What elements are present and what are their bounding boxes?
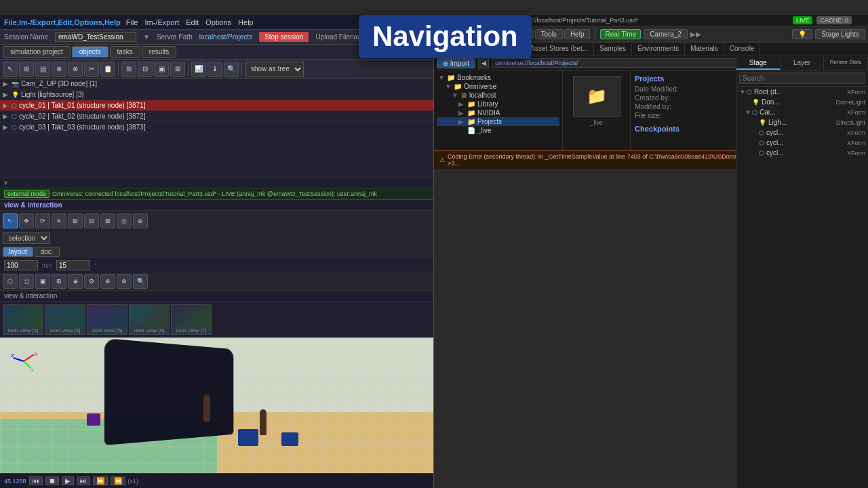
view-tool2-2[interactable]: ◻ [19,274,34,289]
ct-projects[interactable]: ▶ 📁 Projects [437,117,559,126]
view-tool2-3[interactable]: ▣ [35,274,50,289]
menu-options[interactable]: Options [205,18,231,26]
stop-session-button[interactable]: Stop session [259,32,309,42]
ct-nvidia[interactable]: ▶ 📁 NVIDIA [437,108,559,117]
view-tool2-8[interactable]: ⊗ [117,274,132,289]
tab-objects[interactable]: objects [72,46,108,58]
camera-select-button[interactable]: Camera_2 [644,29,688,39]
user-view-1[interactable]: user view [1] [3,304,43,335]
stage-item-cycl1[interactable]: ⬡ cycl... XForm [736,127,868,138]
stage-item-dome[interactable]: 💡 Don... DomeLight [736,97,868,107]
session-expand-icon[interactable]: ▼ [143,33,150,41]
toolbar-btn-14[interactable]: 🔍 [224,62,239,77]
ct-omniverse[interactable]: ▼ 📁 Omniverse [437,82,559,91]
toolbar-btn-12[interactable]: 📊 [191,62,206,77]
stage-tab-render[interactable]: Render Stats [824,57,868,70]
tree-item-cycle02[interactable]: ▶ ⬡ cycle_02 | Takt_02 (structure node) … [0,111,433,122]
view-tool-select[interactable]: ↖ [3,214,18,228]
tree-view-select[interactable]: show as tree [245,62,304,77]
tree-item-cam[interactable]: ▶ 📷 Cam_Z_UP [3D node] [1] [0,79,433,89]
view-tool2-7[interactable]: ⊕ [100,274,115,289]
menu-edit[interactable]: Edit [186,18,199,26]
stage-lights-label[interactable]: Stage Lights [815,29,865,39]
toolbar-btn-6[interactable]: ✂ [84,62,99,77]
ct-library[interactable]: ▶ 📁 Library [437,100,559,108]
content-tab-asset-stores[interactable]: Asset Stores (bet... [525,43,594,56]
user-view-6[interactable]: user view [6] [129,304,170,335]
toolbar-btn-9[interactable]: ⊟ [138,62,153,77]
content-path-input[interactable] [492,58,755,68]
toolbar-btn-8[interactable]: ⊞ [121,62,136,77]
import-button[interactable]: ⊕ Import [437,58,475,68]
ct-bookmarks[interactable]: ▼ 📁 Bookmarks [437,73,559,82]
session-name-input[interactable] [55,32,136,42]
play-fast-fwd[interactable]: ⏩ [93,476,108,485]
play-play[interactable]: ▶ [62,476,74,485]
stage-tab-stage[interactable]: Stage [736,57,781,70]
view-tool-snap[interactable]: ◎ [117,214,132,228]
view-tool-rotate[interactable]: ⟳ [35,214,50,228]
tab-results[interactable]: results [142,46,176,58]
stage-item-car[interactable]: ▼ ⬡ Car... XForm [736,107,868,117]
user-view-7[interactable]: user view [7] [171,304,212,335]
nav-back-button[interactable]: ◀ [478,58,489,68]
view-tool2-5[interactable]: ◈ [68,274,83,289]
toolbar-btn-13[interactable]: ℹ [208,62,222,77]
toolbar-btn-1[interactable]: ↖ [3,62,18,77]
view-tool-pan[interactable]: ✥ [19,214,34,228]
stage-item-cycl2[interactable]: ⬡ cycl... XForm [736,138,868,148]
realtime-button[interactable]: Real-Time [600,29,641,39]
content-tab-console[interactable]: Console [724,43,761,56]
omni-menu-tools[interactable]: Tools [535,29,563,39]
content-tab-samples[interactable]: Samples [594,43,632,56]
stage-search-input[interactable] [739,73,865,84]
view-tool2-6[interactable]: ⚙ [84,274,99,289]
content-tab-materials[interactable]: Materials [685,43,724,56]
play-rewind[interactable]: ⏪ [111,476,125,485]
stage-item-cycl3[interactable]: ⬡ cycl... XForm [736,148,868,158]
svg-text:Y: Y [31,367,35,373]
view-tool2-4[interactable]: ⊞ [52,274,66,289]
view-tool-orbit[interactable]: ⊕ [133,214,148,228]
tree-item-cycle03[interactable]: ▶ ⬡ cycle_03 | Takt_03 (structure node) … [0,122,433,133]
menu-file[interactable]: File [126,18,138,26]
omni-menu-help[interactable]: Help [564,29,591,39]
user-view-4[interactable]: user view [4] [45,304,85,335]
selection-mode-select[interactable]: selection [3,232,50,244]
tree-item-light[interactable]: ▶ 💡 Light [lightsource] [3] [0,89,433,100]
menu-help[interactable]: Help [238,18,254,26]
layout-tab[interactable]: layout [3,247,33,257]
stage-item-root[interactable]: ▼ ⬡ Root (d... XForm [736,87,868,97]
toolbar-btn-10[interactable]: ▣ [154,62,169,77]
doc-tab[interactable]: doc. [35,247,60,257]
toolbar-btn-4[interactable]: ⊕ [52,62,66,77]
play-to-start[interactable]: ⏮ [29,476,43,485]
external-mode-badge[interactable]: external mode [4,190,50,198]
stage-tab-layer[interactable]: Layer [781,57,825,70]
play-stop[interactable]: ⏹ [45,476,59,485]
view-tool2-9[interactable]: 🔍 [133,274,148,289]
view-tool-box[interactable]: ⊞ [68,214,83,228]
content-tab-environments[interactable]: Environments [632,43,685,56]
toolbar-btn-11[interactable]: ⊠ [170,62,185,77]
num-input-1[interactable] [4,260,38,270]
toolbar-btn-2[interactable]: ⊞ [19,62,34,77]
toolbar-btn-7[interactable]: 📋 [100,62,115,77]
view-tool-x[interactable]: ✕ [52,214,66,228]
ct-live[interactable]: 📄 _live [437,126,559,135]
num-input-2[interactable] [56,260,90,270]
play-step-fwd[interactable]: ⏭ [77,476,90,485]
stage-item-light[interactable]: 💡 Ligh... DirectLight [736,117,868,127]
toolbar-btn-3[interactable]: ▤ [35,62,50,77]
view-tool-unbox[interactable]: ⊟ [84,214,99,228]
user-view-5[interactable]: user view [5] [87,304,127,335]
ct-localhost[interactable]: ▼ 🖥 localhost [437,91,559,100]
view-tool2-1[interactable]: ⬡ [3,274,18,289]
toolbar-btn-5[interactable]: ⊗ [68,62,83,77]
tab-tasks[interactable]: tasks [110,46,140,58]
view-tool-xform[interactable]: ⊠ [100,214,115,228]
tab-simulation-project[interactable]: simulation project [3,46,71,58]
tree-item-cycle01[interactable]: ▶ ⬡ cycle_01 | Takt_01 (structure node) … [0,100,433,111]
menu-import-export[interactable]: Im-/Export [144,18,179,26]
stage-lights-button[interactable]: 💡 [792,29,812,39]
